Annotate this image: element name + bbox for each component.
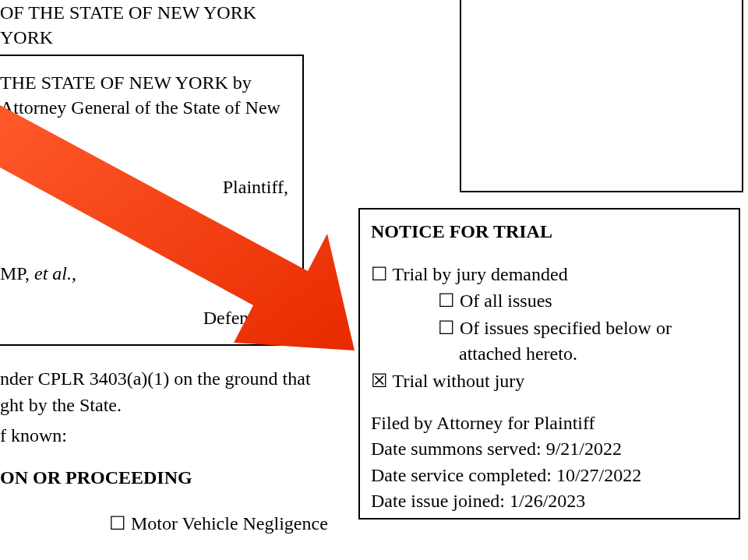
notice-for-trial-box: NOTICE FOR TRIAL ☐ Trial by jury demande… xyxy=(358,208,740,519)
motor-vehicle-label: Motor Vehicle Negligence xyxy=(126,513,328,534)
date-summons-label: Date summons served: 9/21/2022 xyxy=(371,436,728,463)
filed-by-label: Filed by Attorney for Plaintiff xyxy=(371,410,728,437)
without-jury-row: ☒ Trial without jury xyxy=(371,368,728,395)
defendant-party: MP, et al., xyxy=(0,261,76,286)
defendant-comma: , xyxy=(72,263,76,284)
cplr-line-2: ght by the State. xyxy=(0,395,122,415)
cplr-paragraph: nder CPLR 3403(a)(1) on the ground that … xyxy=(0,366,347,418)
checkbox-unchecked-icon: ☐ xyxy=(371,261,388,287)
cplr-line-1: nder CPLR 3403(a)(1) on the ground that xyxy=(0,368,311,389)
if-known-label: f known: xyxy=(0,425,67,446)
section-heading: ON OR PROCEEDING xyxy=(0,467,192,488)
plaintiff-line-1: THE STATE OF NEW YORK by xyxy=(0,72,252,93)
checkbox-unchecked-icon: ☐ xyxy=(438,287,455,314)
checkbox-unchecked-icon: ☐ xyxy=(438,315,455,341)
plaintiff-label: Plaintiff, xyxy=(223,174,288,199)
checkbox-checked-icon: ☒ xyxy=(371,368,388,394)
issues-specified-row: ☐ Of issues specified below or xyxy=(371,315,728,342)
defendant-prefix: MP, xyxy=(0,263,34,284)
checkbox-unchecked-icon: ☐ xyxy=(109,512,126,534)
caption-box: THE STATE OF NEW YORK by Attorney Genera… xyxy=(0,55,304,346)
plaintiff-line-2: Attorney General of the State of New xyxy=(0,97,280,118)
court-line-1: OF THE STATE OF NEW YORK xyxy=(0,2,256,23)
right-blank-box xyxy=(460,0,743,192)
defendant-et-al: et al. xyxy=(34,263,72,284)
defendants-label: Defendants xyxy=(203,305,288,330)
court-line-2: YORK xyxy=(0,27,53,48)
jury-demanded-row: ☐ Trial by jury demanded xyxy=(371,261,728,288)
all-issues-label: Of all issues xyxy=(455,291,552,311)
jury-demanded-label: Trial by jury demanded xyxy=(388,264,568,284)
court-header: OF THE STATE OF NEW YORK YORK xyxy=(0,0,312,51)
notice-title: NOTICE FOR TRIAL xyxy=(371,219,728,245)
date-issue-label: Date issue joined: 1/26/2023 xyxy=(371,488,728,515)
issues-specified-label-1: Of issues specified below or xyxy=(455,318,672,338)
motor-vehicle-option: ☐ Motor Vehicle Negligence xyxy=(109,512,328,534)
without-jury-label: Trial without jury xyxy=(388,371,524,391)
all-issues-row: ☐ Of all issues xyxy=(371,287,728,315)
issues-specified-continuation: attached hereto. xyxy=(371,341,728,368)
date-service-label: Date service completed: 10/27/2022 xyxy=(371,463,728,489)
plaintiff-party: THE STATE OF NEW YORK by Attorney Genera… xyxy=(0,70,296,121)
